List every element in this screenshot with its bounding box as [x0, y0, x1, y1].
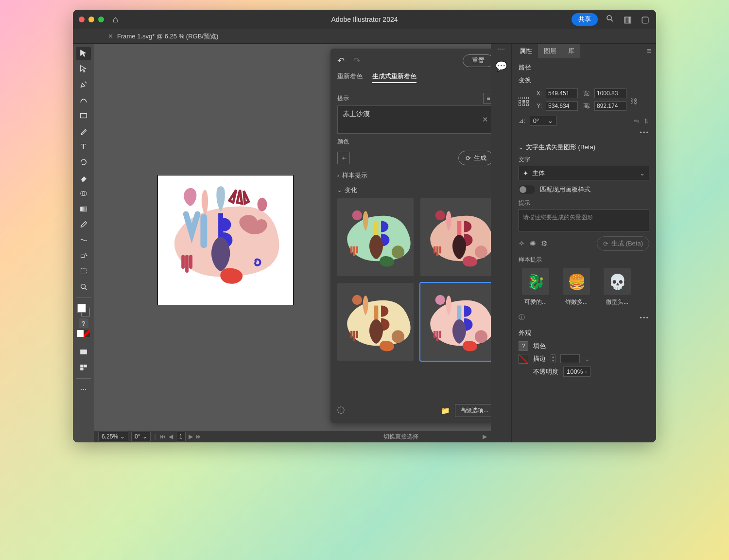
scroll-right-icon[interactable]: ▶: [483, 433, 487, 440]
generate-button[interactable]: ⟳ 生成: [458, 151, 491, 165]
minimize-window-icon[interactable]: [88, 17, 94, 22]
idea-icon[interactable]: ✺: [530, 239, 536, 248]
curvature-tool-icon[interactable]: [76, 93, 91, 107]
height-field[interactable]: [594, 101, 626, 111]
gear-icon[interactable]: ⚙: [541, 239, 547, 248]
draw-mode-icon[interactable]: [77, 330, 90, 337]
arrange-icon[interactable]: ▥: [622, 14, 633, 25]
text-to-vector-header[interactable]: ⌄文字生成矢量图形 (Beta): [519, 143, 649, 152]
fill-swatch[interactable]: ?: [519, 341, 528, 351]
folder-icon[interactable]: 📁: [441, 406, 450, 415]
width-field[interactable]: [594, 88, 626, 98]
width-tool-icon[interactable]: [76, 233, 91, 247]
svg-rect-5: [80, 207, 87, 211]
gradient-tool-icon[interactable]: [76, 202, 91, 216]
type-tool-icon[interactable]: T: [76, 140, 91, 154]
generate-beta-button[interactable]: ⟳生成 (Beta): [597, 236, 649, 251]
eraser-tool-icon[interactable]: [76, 171, 91, 185]
screen-mode-icon[interactable]: [76, 345, 91, 359]
home-icon[interactable]: ⌂: [113, 15, 118, 25]
artboard-nav-next-icon[interactable]: ▶: [189, 433, 193, 440]
sample-prompt-2[interactable]: 🍔鲜嫩多...: [559, 268, 593, 306]
recolor-panel: ↶ ↷ 重置 重新着色 生成式重新着色 提示 ≡ 赤土沙漠 ✕: [330, 49, 491, 423]
svg-point-0: [607, 16, 611, 20]
transform-more-icon[interactable]: •••: [640, 129, 649, 136]
rectangle-tool-icon[interactable]: [76, 109, 91, 122]
maximize-window-icon[interactable]: [98, 17, 104, 22]
sample-prompt-1[interactable]: 🐉可爱的...: [519, 268, 553, 306]
edit-toolbar-icon[interactable]: [76, 361, 91, 374]
gen-more-icon[interactable]: •••: [640, 314, 649, 321]
variation-1[interactable]: [337, 198, 414, 276]
artboard-nav-first-icon[interactable]: ⏮: [160, 433, 166, 440]
artboard-nav-last-icon[interactable]: ⏭: [196, 433, 202, 440]
document-tab[interactable]: ✕ Frame 1.svg* @ 6.25 % (RGB/预览): [108, 32, 218, 41]
subject-dropdown[interactable]: ✦ 主体 ⌄: [519, 166, 649, 180]
rotate-field[interactable]: 0°⌄: [530, 116, 556, 126]
advanced-options-button[interactable]: 高级选项...: [455, 404, 491, 417]
svg-line-11: [85, 288, 87, 290]
y-field[interactable]: [546, 101, 578, 111]
zoom-level[interactable]: 6.25%⌄: [98, 432, 128, 441]
sample-prompt-3[interactable]: 💀微型头...: [600, 268, 634, 306]
tab-layers[interactable]: 图层: [538, 44, 562, 58]
info-icon[interactable]: ⓘ: [337, 406, 345, 415]
stroke-weight-stepper[interactable]: ▴▾: [551, 354, 555, 363]
flip-vertical-icon[interactable]: ⥮: [643, 117, 649, 125]
right-dock: 💬: [491, 44, 511, 442]
brush-tool-icon[interactable]: [76, 124, 91, 138]
tab-properties[interactable]: 属性: [514, 44, 538, 58]
info-icon[interactable]: ⓘ: [519, 313, 525, 322]
tab-libraries[interactable]: 库: [562, 44, 580, 58]
opacity-field[interactable]: 100%›: [563, 367, 590, 377]
vector-prompt-input[interactable]: 请描述您要生成的矢量图形: [519, 209, 649, 231]
comments-panel-icon[interactable]: 💬: [495, 60, 507, 72]
color-mode-unknown-icon[interactable]: ?: [79, 318, 88, 328]
sample-prompts-toggle[interactable]: ›样本提示: [337, 171, 491, 180]
flip-horizontal-icon[interactable]: ⇋: [634, 117, 640, 125]
variation-4[interactable]: [420, 283, 491, 361]
pen-tool-icon[interactable]: [76, 78, 91, 91]
artboard-nav-prev-icon[interactable]: ◀: [169, 433, 173, 440]
selection-tool-icon[interactable]: [76, 47, 91, 60]
close-tab-icon[interactable]: ✕: [108, 33, 113, 40]
artboard-tool-icon[interactable]: [76, 264, 91, 278]
artboard-number[interactable]: 1: [176, 432, 186, 441]
shape-builder-tool-icon[interactable]: [76, 187, 91, 200]
stroke-weight-field[interactable]: [560, 354, 580, 363]
svg-rect-9: [81, 269, 86, 274]
eyedropper-tool-icon[interactable]: [76, 218, 91, 231]
panel-menu-icon[interactable]: ≡: [642, 44, 656, 58]
variations-toggle[interactable]: ⌄变化: [337, 186, 491, 194]
undo-icon[interactable]: ↶: [337, 55, 345, 66]
rotate-view[interactable]: 0°⌄: [131, 432, 150, 441]
wand-icon[interactable]: ✧: [519, 239, 525, 248]
prompt-input[interactable]: 赤土沙漠 ✕: [337, 105, 491, 134]
variation-2[interactable]: [420, 198, 491, 276]
fill-stroke-swatch[interactable]: [77, 304, 90, 316]
search-icon[interactable]: [605, 14, 615, 25]
prompt-menu-icon[interactable]: ≡: [483, 93, 491, 104]
symbol-sprayer-icon[interactable]: [76, 249, 91, 262]
close-window-icon[interactable]: [79, 17, 85, 22]
add-color-button[interactable]: ＋: [337, 152, 350, 164]
clear-prompt-icon[interactable]: ✕: [482, 115, 488, 124]
direct-selection-tool-icon[interactable]: [76, 62, 91, 76]
canvas[interactable]: ↶ ↷ 重置 重新着色 生成式重新着色 提示 ≡ 赤土沙漠 ✕: [94, 44, 491, 431]
reset-button[interactable]: 重置: [463, 54, 491, 67]
svg-rect-16: [200, 214, 207, 247]
match-artboard-toggle[interactable]: [519, 185, 535, 194]
workspace-icon[interactable]: ▢: [640, 14, 650, 25]
tab-generative-recolor[interactable]: 生成式重新着色: [372, 72, 417, 83]
variation-3[interactable]: [337, 283, 414, 361]
x-field[interactable]: [546, 88, 578, 98]
stroke-swatch[interactable]: [519, 354, 528, 364]
share-button[interactable]: 共享: [572, 13, 598, 26]
tab-recolor[interactable]: 重新着色: [337, 72, 363, 83]
svg-point-31: [435, 295, 445, 305]
zoom-tool-icon[interactable]: [76, 280, 91, 294]
more-tools-icon[interactable]: ···: [76, 383, 91, 396]
rotate-tool-icon[interactable]: [76, 156, 91, 169]
reference-point-icon[interactable]: [519, 97, 529, 106]
lock-aspect-icon[interactable]: ⛓: [630, 97, 637, 105]
